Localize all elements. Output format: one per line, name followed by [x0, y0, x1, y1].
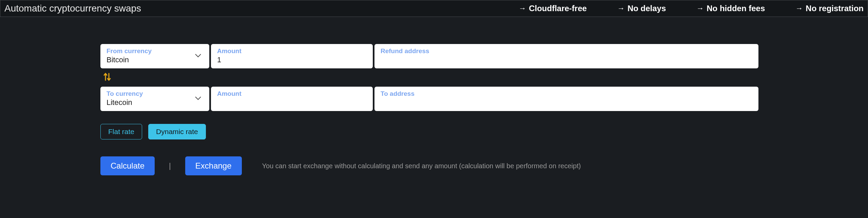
main-content: From currency Bitcoin Amount Refund addr… — [0, 17, 760, 175]
field-label: To currency — [107, 90, 193, 97]
arrow-right-icon: → — [795, 4, 803, 13]
divider: | — [169, 161, 171, 170]
from-amount-field[interactable]: Amount — [211, 44, 373, 68]
field-label: To address — [381, 90, 752, 97]
feature-label: Cloudflare-free — [529, 4, 587, 13]
feature-label: No registration — [806, 4, 864, 13]
refund-address-input[interactable] — [381, 56, 752, 64]
feature-no-registration: → No registration — [795, 4, 864, 13]
flat-rate-button[interactable]: Flat rate — [100, 124, 142, 139]
feature-no-delays: → No delays — [617, 4, 666, 13]
to-amount-field[interactable]: Amount — [211, 87, 373, 111]
topbar: Automatic cryptocurrency swaps → Cloudfl… — [0, 0, 868, 17]
field-label: Amount — [217, 47, 367, 55]
chevron-down-icon — [193, 96, 203, 100]
dynamic-rate-button[interactable]: Dynamic rate — [148, 124, 206, 139]
features-list: → Cloudflare-free → No delays → No hidde… — [519, 4, 864, 13]
hint-text: You can start exchange without calculati… — [262, 162, 581, 170]
feature-label: No hidden fees — [707, 4, 765, 13]
field-label: Amount — [217, 90, 367, 97]
swap-direction-button[interactable] — [102, 72, 760, 83]
arrow-right-icon: → — [519, 4, 526, 13]
action-row: Calculate | Exchange You can start excha… — [100, 156, 760, 175]
page-title: Automatic cryptocurrency swaps — [4, 3, 141, 14]
refund-address-field[interactable]: Refund address — [374, 44, 758, 68]
to-row: To currency Litecoin Amount To address — [100, 87, 760, 111]
to-address-input[interactable] — [381, 98, 752, 107]
to-currency-value: Litecoin — [107, 98, 193, 107]
arrow-right-icon: → — [696, 4, 704, 13]
chevron-down-icon — [193, 53, 203, 58]
exchange-button[interactable]: Exchange — [185, 156, 242, 175]
calculate-button[interactable]: Calculate — [100, 156, 155, 175]
field-label: From currency — [107, 47, 193, 55]
feature-cloudflare-free: → Cloudflare-free — [519, 4, 587, 13]
rate-type-row: Flat rate Dynamic rate — [100, 124, 760, 139]
to-amount-input[interactable] — [217, 98, 367, 107]
to-address-field[interactable]: To address — [374, 87, 758, 111]
from-amount-input[interactable] — [217, 56, 367, 64]
arrow-right-icon: → — [617, 4, 625, 13]
from-currency-select[interactable]: From currency Bitcoin — [100, 44, 209, 68]
to-currency-select[interactable]: To currency Litecoin — [100, 87, 209, 111]
feature-label: No delays — [628, 4, 666, 13]
field-label: Refund address — [381, 47, 752, 55]
from-currency-value: Bitcoin — [107, 56, 193, 64]
feature-no-hidden-fees: → No hidden fees — [696, 4, 765, 13]
from-row: From currency Bitcoin Amount Refund addr… — [100, 44, 760, 68]
